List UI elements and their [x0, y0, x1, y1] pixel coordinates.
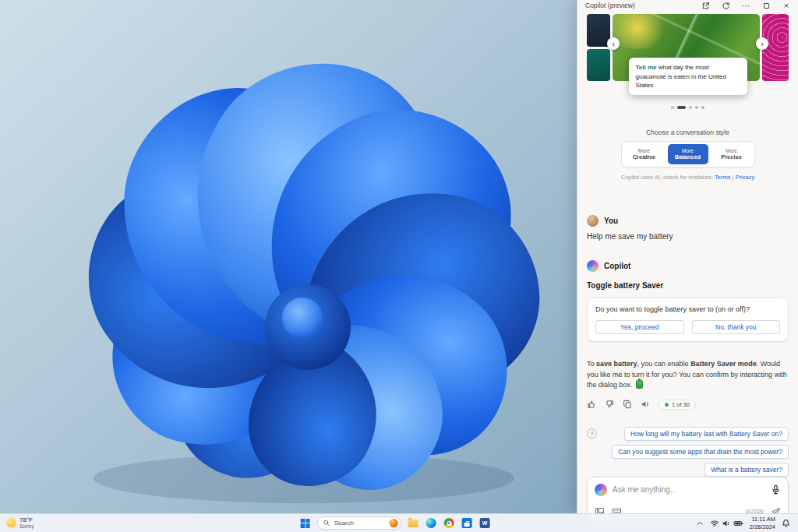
carousel-tooltip[interactable]: Tell me what day the most guacamole is e… [629, 58, 747, 95]
mic-icon[interactable] [771, 484, 781, 495]
weather-temperature: 78°F [19, 517, 34, 524]
search-label: Search [334, 520, 386, 527]
assistant-heading: Toggle battery Saver [587, 281, 789, 290]
assistant-answer: To save battery, you can enable Battery … [587, 359, 789, 391]
word-icon[interactable] [480, 518, 490, 528]
assistant-message-header: Copilot [587, 260, 789, 272]
close-icon[interactable]: × [781, 0, 792, 11]
style-picker-label: Choose a conversation style [587, 129, 789, 136]
style-option-balanced[interactable]: More Balanced [668, 144, 708, 164]
ai-disclaimer: Copilot uses AI, check for mistakes. Ter… [587, 174, 789, 181]
copilot-logo-icon [595, 484, 607, 496]
store-icon[interactable] [462, 518, 472, 528]
user-avatar [587, 215, 598, 227]
taskbar: 78°F Sunny Search [0, 513, 798, 532]
assistant-name: Copilot [604, 262, 630, 270]
tooltip-highlight: Tell me [636, 64, 657, 71]
thumbs-down-icon[interactable] [605, 400, 614, 409]
carousel-dot[interactable] [701, 106, 704, 109]
carousel-next-icon[interactable]: › [756, 37, 768, 50]
no-thank-you-button[interactable]: No, thank you [692, 320, 781, 334]
sun-icon [7, 519, 16, 527]
thumbs-up-icon[interactable] [587, 400, 596, 409]
carousel: ‹ › Tell me what day the most guacamole … [587, 14, 789, 81]
user-message: Help me save my battery [587, 232, 789, 241]
suggestion-chips: ? How long will my battery last with Bat… [587, 427, 789, 477]
battery-emoji-icon [636, 380, 643, 389]
tray-status-cluster[interactable] [710, 519, 743, 528]
carousel-dot[interactable] [695, 106, 698, 109]
copy-icon[interactable] [623, 400, 632, 409]
page-indicator: 1 of 30 [659, 400, 696, 410]
refresh-icon[interactable] [720, 0, 731, 11]
style-option-creative[interactable]: More Creative [624, 144, 665, 164]
weather-widget[interactable]: 78°F Sunny [0, 517, 34, 530]
tray-time: 11:11 AM [750, 516, 775, 523]
green-dot-icon [665, 403, 669, 407]
suggestion-chip[interactable]: How long will my battery last with Batte… [624, 427, 789, 441]
system-tray: 11:11 AM 2/28/2024 [696, 514, 798, 532]
user-message-header: You [587, 215, 789, 227]
carousel-dots [587, 106, 789, 109]
copilot-titlebar: Copilot (preview) ⋯ × [577, 0, 798, 11]
suggestion-chip[interactable]: What is a battery saver? [704, 463, 789, 477]
carousel-tile[interactable] [587, 49, 610, 82]
taskbar-center: Search [301, 514, 490, 532]
copilot-avatar [587, 260, 598, 272]
privacy-link[interactable]: Privacy [736, 174, 755, 181]
battery-saver-dialog: Do you want to toggle battery saver to (… [587, 298, 789, 342]
copilot-body: ‹ › Tell me what day the most guacamole … [577, 11, 798, 530]
more-icon[interactable]: ⋯ [740, 0, 751, 11]
weather-condition: Sunny [19, 523, 34, 529]
search-box[interactable]: Search [317, 516, 401, 530]
search-icon [323, 520, 330, 527]
maximize-icon[interactable] [761, 0, 772, 11]
suggestion-chip[interactable]: Can you suggest some apps that drain the… [612, 445, 789, 459]
yes-proceed-button[interactable]: Yes, proceed [595, 320, 684, 334]
carousel-prev-icon[interactable]: ‹ [607, 37, 620, 50]
desktop [0, 0, 577, 513]
chat-input[interactable] [613, 485, 765, 494]
windows-start-icon[interactable] [301, 519, 310, 528]
open-external-icon[interactable] [700, 0, 711, 11]
volume-icon [722, 519, 731, 528]
edge-icon[interactable] [426, 518, 436, 528]
terms-link[interactable]: Terms [715, 174, 730, 181]
chevron-up-icon[interactable] [696, 520, 704, 527]
clock[interactable]: 11:11 AM 2/28/2024 [750, 516, 775, 531]
bloom-wallpaper [0, 0, 577, 513]
chrome-icon[interactable] [444, 518, 454, 528]
carousel-dot-active[interactable] [677, 106, 686, 109]
bell-icon[interactable] [782, 519, 790, 527]
file-explorer-icon[interactable] [408, 520, 418, 527]
user-name: You [604, 217, 618, 225]
panel-title: Copilot (preview) [585, 2, 635, 9]
help-icon[interactable]: ? [587, 428, 597, 439]
copilot-panel: Copilot (preview) ⋯ × ‹ › Tell me what d… [577, 0, 798, 513]
search-highlight-icon [390, 519, 398, 527]
dialog-question: Do you want to toggle battery saver to (… [595, 305, 780, 313]
style-option-precise[interactable]: More Precise [711, 144, 752, 164]
style-picker: More Creative More Balanced More Precise [587, 141, 789, 167]
message-actions: 1 of 30 [587, 400, 789, 410]
battery-icon [733, 519, 743, 528]
read-aloud-icon[interactable] [641, 400, 650, 409]
tray-date: 2/28/2024 [750, 523, 775, 531]
carousel-dot[interactable] [671, 106, 674, 109]
wifi-icon [710, 519, 719, 528]
carousel-dot[interactable] [689, 106, 692, 109]
